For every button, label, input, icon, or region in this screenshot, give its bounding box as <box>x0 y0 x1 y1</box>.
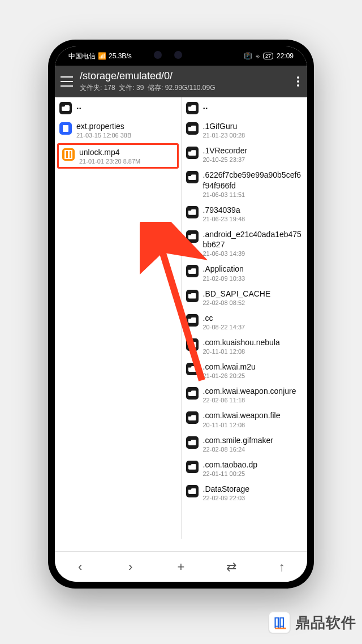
file-name: .com.smile.gifmaker <box>203 435 303 445</box>
file-meta: 21-02-09 10:33 <box>203 275 303 282</box>
file-meta: 22-02-06 11:18 <box>203 397 303 403</box>
bottom-nav: ‹ › + ⇄ ↑ <box>55 551 307 582</box>
folder-icon <box>186 171 199 183</box>
folder-icon <box>186 436 199 449</box>
current-path[interactable]: /storage/emulated/0/ <box>80 70 216 82</box>
vibrate-icon: 📳 <box>244 52 252 60</box>
file-row[interactable]: .com.kwai.weapon.file20-11-01 12:08 <box>182 407 308 431</box>
folder-icon <box>186 122 199 135</box>
file-name: .Application <box>203 264 303 274</box>
nav-swap-button[interactable]: ⇄ <box>220 560 243 574</box>
folder-icon <box>186 265 199 277</box>
menu-button[interactable] <box>61 76 73 87</box>
folder-icon <box>186 230 199 243</box>
nav-add-button[interactable]: + <box>170 560 192 574</box>
file-row[interactable]: .com.kwai.weapon.conjure22-02-06 11:18 <box>182 383 308 407</box>
file-name: .6226f7cbe59e99a90b5cef6f94f966fd <box>203 170 303 190</box>
file-meta: 20-11-01 12:08 <box>203 348 303 355</box>
file-meta: 21-01-23 00:28 <box>203 132 303 139</box>
folder-icon <box>186 338 199 351</box>
parent-label: .. <box>76 101 176 113</box>
file-meta: 20-11-01 12:08 <box>203 422 303 428</box>
parent-label: .. <box>203 101 303 113</box>
file-row[interactable]: .com.kuaishou.nebula20-11-01 12:08 <box>182 334 308 358</box>
phone-screen: 中国电信 📶 25.3B/s 📳 ⟐ 27 22:09 /storage/emu… <box>55 46 307 582</box>
header-text: /storage/emulated/0/ 文件夹: 178 文件: 39 储存:… <box>80 70 216 93</box>
file-row[interactable]: ext.properties21-03-15 12:06 38B <box>55 118 181 142</box>
file-meta: 21-03-15 12:06 38B <box>76 132 176 139</box>
folder-icon <box>186 363 199 375</box>
vid-icon <box>62 148 75 161</box>
file-name: .1VRecorder <box>203 145 303 156</box>
folder-icon <box>186 314 199 327</box>
folder-icon <box>186 411 199 424</box>
file-meta: 21-06-03 14:39 <box>203 250 303 257</box>
file-row[interactable]: .BD_SAPI_CACHE22-02-08 08:52 <box>182 285 308 310</box>
nav-forward-button[interactable]: › <box>119 560 142 574</box>
file-row-highlighted[interactable]: unlock.mp421-01-01 23:20 8.87M <box>57 143 179 169</box>
carrier-label: 中国电信 <box>68 51 96 61</box>
file-meta: 21-01-26 20:25 <box>203 372 303 379</box>
bluetooth-icon: ⟐ <box>256 52 260 60</box>
file-name: .com.kwai.weapon.conjure <box>203 386 303 396</box>
file-name: .1GifGuru <box>203 121 303 131</box>
folder-icon <box>186 461 199 473</box>
file-meta: 22-02-08 08:52 <box>203 299 303 306</box>
file-name: .android_e21c40ada1eb475bb627 <box>203 229 303 250</box>
folder-icon <box>186 290 199 302</box>
folder-icon <box>186 147 199 159</box>
file-meta: 22-01-11 00:25 <box>203 470 303 477</box>
path-stats: 文件夹: 178 文件: 39 储存: 92.99G/110.09G <box>80 83 216 93</box>
file-row[interactable]: .Application21-02-09 10:33 <box>182 260 308 285</box>
battery-level: 27 <box>263 53 273 59</box>
folder-icon <box>186 206 199 218</box>
app-header: /storage/emulated/0/ 文件夹: 178 文件: 39 储存:… <box>55 66 307 97</box>
file-meta: 21-06-23 19:48 <box>203 216 303 222</box>
folder-icon <box>186 485 199 497</box>
left-pane[interactable]: ..ext.properties21-03-15 12:06 38Bunlock… <box>55 97 182 539</box>
speed-label: 25.3B/s <box>109 52 132 60</box>
file-name: unlock.mp4 <box>79 147 174 157</box>
file-name: .com.kuaishou.nebula <box>203 337 303 347</box>
file-row[interactable]: .7934039a21-06-23 19:48 <box>182 201 308 226</box>
signal-icon: 📶 <box>98 52 106 60</box>
file-meta: 21-01-01 23:20 8.87M <box>79 158 174 165</box>
parent-dir-row[interactable]: .. <box>55 97 181 118</box>
folder-icon <box>59 102 72 114</box>
file-meta: 21-06-03 11:51 <box>203 191 303 198</box>
file-row[interactable]: .1GifGuru21-01-23 00:28 <box>182 118 308 142</box>
file-name: .com.kwai.weapon.file <box>203 410 303 420</box>
file-name: .com.kwai.m2u <box>203 362 303 372</box>
camera-notch <box>141 46 221 62</box>
file-row[interactable]: .DataStorage22-02-09 22:03 <box>182 480 308 505</box>
file-row[interactable]: .com.taobao.dp22-01-11 00:25 <box>182 456 308 480</box>
file-name: ext.properties <box>76 121 176 131</box>
file-name: .7934039a <box>203 205 303 215</box>
right-pane[interactable]: ...1GifGuru21-01-23 00:28.1VRecorder20-1… <box>182 97 308 539</box>
file-name: .BD_SAPI_CACHE <box>203 289 303 299</box>
file-row[interactable]: .1VRecorder20-10-25 23:37 <box>182 142 308 166</box>
watermark-logo: 吅 <box>268 611 291 634</box>
file-row[interactable]: .com.smile.gifmaker22-02-08 16:24 <box>182 432 308 456</box>
nav-up-button[interactable]: ↑ <box>270 560 293 574</box>
file-name: .com.taobao.dp <box>203 460 303 470</box>
watermark-text: 鼎品软件 <box>295 613 356 633</box>
file-meta: 22-02-09 22:03 <box>203 495 303 501</box>
file-row[interactable]: .6226f7cbe59e99a90b5cef6f94f966fd21-06-0… <box>182 166 308 201</box>
watermark: 吅 鼎品软件 <box>268 611 356 634</box>
nav-back-button[interactable]: ‹ <box>69 560 92 574</box>
file-name: .cc <box>203 313 303 323</box>
parent-dir-row[interactable]: .. <box>182 97 308 118</box>
file-meta: 22-02-08 16:24 <box>203 446 303 453</box>
dual-pane: ..ext.properties21-03-15 12:06 38Bunlock… <box>55 97 307 539</box>
file-name: .DataStorage <box>203 484 303 494</box>
file-row[interactable]: .com.kwai.m2u21-01-26 20:25 <box>182 358 308 383</box>
folder-icon <box>186 387 199 400</box>
file-row[interactable]: .cc20-08-22 14:37 <box>182 310 308 334</box>
folder-icon <box>186 102 199 114</box>
file-row[interactable]: .android_e21c40ada1eb475bb62721-06-03 14… <box>182 226 308 260</box>
phone-frame: 中国电信 📶 25.3B/s 📳 ⟐ 27 22:09 /storage/emu… <box>48 40 314 589</box>
overflow-menu-button[interactable] <box>295 74 301 89</box>
clock: 22:09 <box>277 52 294 60</box>
doc-icon <box>59 122 72 135</box>
